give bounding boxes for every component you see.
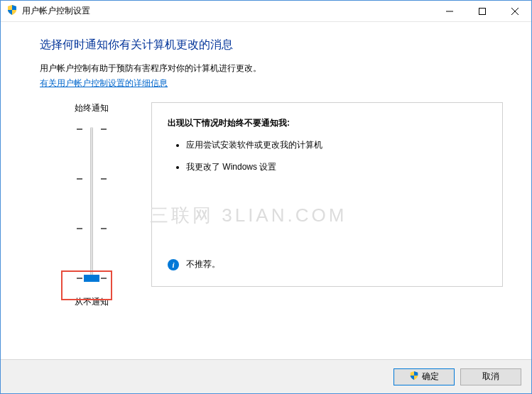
ok-button-label: 确定 (422, 371, 439, 383)
list-item: 我更改了 Windows 设置 (186, 161, 487, 173)
help-link[interactable]: 有关用户帐户控制设置的详细信息 (40, 77, 168, 89)
slider-track-line (90, 127, 93, 280)
info-footer-text: 不推荐。 (186, 258, 220, 270)
info-list: 应用尝试安装软件或更改我的计算机 我更改了 Windows 设置 (168, 139, 487, 173)
svg-rect-1 (479, 8, 486, 14)
page-subtext: 用户帐户控制有助于预防有害程序对你的计算机进行更改。 (40, 62, 503, 75)
cancel-button[interactable]: 取消 (460, 368, 521, 385)
info-panel: 出现以下情况时始终不要通知我: 应用尝试安装软件或更改我的计算机 我更改了 Wi… (151, 102, 503, 287)
content-area: 选择何时通知你有关计算机更改的消息 用户帐户控制有助于预防有害程序对你的计算机进… (1, 22, 531, 359)
uac-slider[interactable] (74, 121, 109, 286)
list-item: 应用尝试安装软件或更改我的计算机 (186, 139, 487, 151)
window-title: 用户帐户控制设置 (22, 5, 433, 17)
slider-tick (74, 228, 109, 229)
slider-bottom-label: 从不通知 (40, 296, 143, 308)
info-footer: i 不推荐。 (168, 258, 220, 270)
slider-thumb[interactable] (84, 275, 99, 282)
close-button[interactable] (499, 1, 531, 22)
cancel-button-label: 取消 (482, 371, 499, 383)
slider-column: 始终通知 从不通知 (40, 102, 143, 308)
slider-tick (74, 128, 109, 130)
info-icon: i (168, 259, 179, 270)
shield-icon (409, 371, 419, 383)
ok-button[interactable]: 确定 (393, 368, 455, 385)
minimize-button[interactable] (433, 1, 466, 22)
slider-top-label: 始终通知 (40, 102, 143, 114)
info-heading: 出现以下情况时始终不要通知我: (168, 117, 487, 129)
page-heading: 选择何时通知你有关计算机更改的消息 (40, 38, 503, 53)
titlebar: 用户帐户控制设置 (1, 1, 531, 22)
button-bar: 确定 取消 (1, 359, 531, 393)
maximize-button[interactable] (466, 1, 499, 22)
shield-icon (6, 4, 18, 18)
slider-tick (74, 178, 109, 180)
